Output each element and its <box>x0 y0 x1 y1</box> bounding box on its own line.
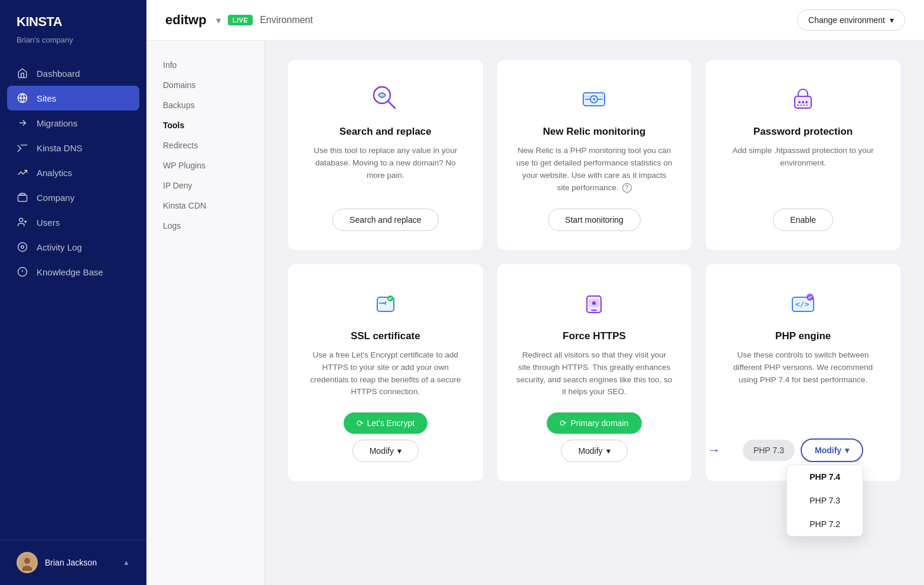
svg-point-29 <box>592 301 596 305</box>
analytics-icon <box>17 167 28 178</box>
tool-card-php: </> PHP engine Use these controls to swi… <box>706 264 900 482</box>
subnav-item-logs[interactable]: Logs <box>146 216 264 236</box>
sidebar-user-name: Brian Jackson <box>45 558 97 567</box>
php-version-item-74[interactable]: PHP 7.4 <box>787 465 863 489</box>
tool-card-password: Password protection Add simple .htpasswd… <box>706 60 900 250</box>
sidebar-item-label: Migrations <box>37 118 77 128</box>
sidebar-item-sites[interactable]: Sites <box>7 86 139 110</box>
subnav-item-ip-deny[interactable]: IP Deny <box>146 176 264 196</box>
tool-desc: Add simple .htpasswd protection to your … <box>724 145 881 194</box>
svg-point-19 <box>593 98 595 100</box>
subnav-item-tools[interactable]: Tools <box>146 115 264 135</box>
env-label: Environment <box>260 15 313 25</box>
tool-card-force-https: Force HTTPS Redirect all visitors so tha… <box>497 264 692 482</box>
tool-title: Force HTTPS <box>563 330 626 342</box>
sidebar-item-analytics[interactable]: Analytics <box>0 160 146 185</box>
force-https-icon <box>576 285 612 321</box>
globe-icon <box>17 92 28 104</box>
php-modify-button[interactable]: Modify ▾ <box>801 438 863 462</box>
https-modify-button[interactable]: Modify ▾ <box>561 440 627 462</box>
tool-desc: New Relic is a PHP monitoring tool you c… <box>516 145 673 194</box>
tool-actions: Start monitoring <box>516 209 673 231</box>
subnav: Info Domains Backups Tools Redirects WP … <box>146 41 265 585</box>
svg-point-16 <box>380 93 384 97</box>
sidebar-item-company[interactable]: Company <box>0 185 146 210</box>
users-icon <box>17 216 28 228</box>
sidebar-item-knowledge-base[interactable]: Knowledge Base <box>0 259 146 284</box>
php-version-item-72[interactable]: PHP 7.2 <box>787 512 863 536</box>
svg-point-12 <box>24 558 30 564</box>
primary-domain-button[interactable]: ⟳ Primary domain <box>547 412 641 434</box>
site-dropdown-chevron[interactable]: ▾ <box>216 15 221 26</box>
tool-desc: Use this tool to replace any value in yo… <box>307 145 464 194</box>
tool-actions: ⟳ Primary domain Modify ▾ <box>516 412 673 462</box>
sidebar-item-label: Activity Log <box>37 242 82 252</box>
search-replace-button[interactable]: Search and replace <box>332 209 438 231</box>
sidebar-item-dashboard[interactable]: Dashboard <box>0 61 146 86</box>
avatar <box>17 552 38 573</box>
subnav-item-kinsta-cdn[interactable]: Kinsta CDN <box>146 196 264 216</box>
subnav-item-info[interactable]: Info <box>146 55 264 75</box>
sidebar-item-label: Knowledge Base <box>37 267 103 277</box>
knowledge-icon <box>17 266 28 278</box>
site-name: editwp <box>165 12 207 28</box>
user-menu-chevron[interactable]: ▲ <box>123 558 130 567</box>
new-relic-icon <box>576 81 612 116</box>
subnav-item-redirects[interactable]: Redirects <box>146 135 264 155</box>
sidebar-item-activity-log[interactable]: Activity Log <box>0 235 146 259</box>
svg-point-22 <box>802 101 804 103</box>
ssl-icon <box>368 285 403 321</box>
php-version-dropdown: PHP 7.4 PHP 7.3 PHP 7.2 <box>786 464 863 537</box>
svg-point-23 <box>805 101 808 103</box>
subnav-item-backups[interactable]: Backups <box>146 95 264 115</box>
subnav-item-domains[interactable]: Domains <box>146 75 264 95</box>
tool-desc: Redirect all visitors so that they visit… <box>516 349 673 399</box>
sidebar-item-users[interactable]: Users <box>0 210 146 235</box>
ssl-modify-button[interactable]: Modify ▾ <box>352 440 419 462</box>
sidebar-item-label: Analytics <box>37 168 72 178</box>
change-environment-button[interactable]: Change environment ▾ <box>797 9 905 31</box>
lets-encrypt-button[interactable]: ⟳ Let's Encrypt <box>344 412 428 434</box>
svg-line-15 <box>388 101 395 108</box>
php-arrow-indicator: → <box>707 443 720 458</box>
sidebar-item-kinsta-dns[interactable]: Kinsta DNS <box>0 135 146 160</box>
sidebar-item-label: Company <box>37 193 74 203</box>
sidebar-company: Brian's company <box>0 34 146 56</box>
php-modify-chevron: ▾ <box>845 446 849 455</box>
tool-desc: Use a free Let's Encrypt certificate to … <box>307 349 464 399</box>
tool-title: Password protection <box>753 126 853 138</box>
company-icon <box>17 191 28 203</box>
start-monitoring-button[interactable]: Start monitoring <box>548 209 641 231</box>
php-version-item-73[interactable]: PHP 7.3 <box>787 489 863 512</box>
https-modify-chevron: ▾ <box>606 446 610 456</box>
svg-text:</>: </> <box>795 300 809 308</box>
tools-grid: Search and replace Use this tool to repl… <box>288 60 900 481</box>
tool-title: PHP engine <box>775 330 831 342</box>
tool-actions: Search and replace <box>307 209 464 231</box>
help-icon[interactable]: ? <box>622 183 632 193</box>
sidebar-item-migrations[interactable]: Migrations <box>0 110 146 135</box>
current-php-badge: PHP 7.3 <box>743 440 795 461</box>
tool-actions: Enable <box>724 209 881 231</box>
sidebar-nav: Dashboard Sites Migrations Kinsta DNS <box>0 56 146 540</box>
tool-card-search-replace: Search and replace Use this tool to repl… <box>288 60 483 250</box>
password-icon <box>785 81 821 116</box>
home-icon <box>17 67 28 79</box>
main-content: editwp ▾ LIVE Environment Change environ… <box>146 0 924 585</box>
php-controls: → PHP 7.3 Modify ▾ PHP 7.4 PHP 7.3 PHP 7… <box>743 438 863 462</box>
modify-chevron: ▾ <box>397 446 401 456</box>
svg-point-21 <box>798 101 801 103</box>
tool-title: Search and replace <box>339 126 432 138</box>
svg-rect-2 <box>18 195 27 202</box>
sidebar-logo: KINSTA <box>0 0 146 34</box>
enable-button[interactable]: Enable <box>773 209 833 231</box>
sidebar: KINSTA Brian's company Dashboard Sites M… <box>0 0 146 585</box>
sidebar-item-label: Sites <box>37 93 56 103</box>
sidebar-footer[interactable]: Brian Jackson ▲ <box>0 540 146 585</box>
subnav-item-wp-plugins[interactable]: WP Plugins <box>146 155 264 176</box>
tools-area: Search and replace Use this tool to repl… <box>265 41 924 585</box>
svg-point-6 <box>18 243 27 252</box>
svg-point-3 <box>19 218 23 222</box>
change-env-chevron: ▾ <box>890 15 894 25</box>
tool-card-new-relic: New Relic monitoring New Relic is a PHP … <box>497 60 692 250</box>
